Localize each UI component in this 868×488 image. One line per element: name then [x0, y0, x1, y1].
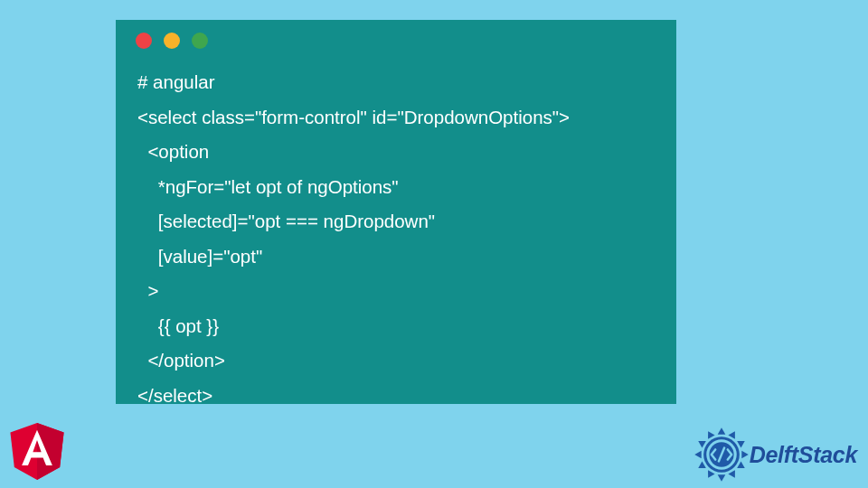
- code-line: <option: [137, 141, 209, 162]
- window-titlebar: [116, 33, 676, 56]
- window-minimize-dot: [164, 33, 180, 49]
- delftstack-branding: DelftStack: [693, 427, 857, 483]
- code-window: # angular <select class="form-control" i…: [116, 20, 676, 404]
- delftstack-text: DelftStack: [750, 442, 857, 468]
- code-line: # angular: [137, 71, 214, 92]
- code-block: # angular <select class="form-control" i…: [116, 56, 676, 413]
- code-line: *ngFor="let opt of ngOptions": [137, 176, 399, 197]
- code-line: <select class="form-control" id="Dropdow…: [137, 107, 570, 127]
- delftstack-badge-icon: [693, 427, 750, 483]
- window-maximize-dot: [192, 33, 208, 49]
- window-close-dot: [136, 33, 152, 49]
- code-line: {{ opt }}: [137, 315, 219, 336]
- code-line: </select>: [137, 385, 212, 406]
- code-line: [value]="opt": [137, 246, 262, 267]
- code-line: [selected]="opt === ngDropdown": [137, 211, 435, 231]
- angular-logo-icon: [9, 423, 65, 483]
- code-line: </option>: [137, 350, 225, 371]
- code-line: >: [137, 280, 158, 301]
